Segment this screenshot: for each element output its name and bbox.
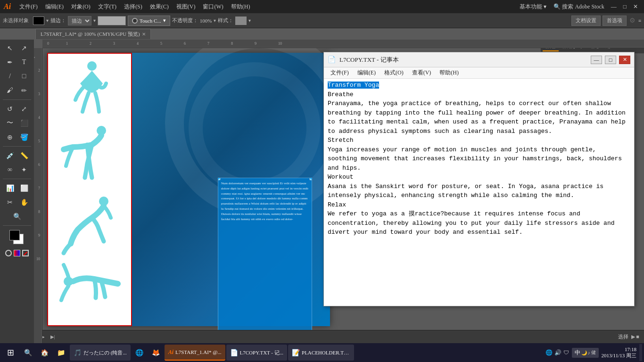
ime-extra-icon: ♪ [588,350,590,355]
taskbar-app-placeholder[interactable]: 📝 PLACEHOLDER.TX... [288,345,354,361]
firefox-icon: 🦊 [152,349,160,357]
notepad-menu-help[interactable]: 帮助(H) [436,68,462,78]
menu-window[interactable]: 窗口(W) [200,2,226,12]
notepad-menu-format[interactable]: 格式(O) [380,68,407,78]
symbol-tool[interactable]: ✦ [17,163,31,176]
paintbrush-tool[interactable]: 🖌 [3,84,17,97]
type-tool[interactable]: T [17,56,31,69]
fg-color-swatch[interactable] [9,230,20,240]
direct-select-tool[interactable]: ↗ [17,41,31,55]
slice-tool[interactable]: ✂ [3,196,17,209]
notepad-app-label: L7COPY.TXT - 记... [240,349,284,356]
none-icon[interactable] [22,250,29,256]
sel-handle-tr[interactable] [310,178,312,180]
touch-btn[interactable]: Touch C... ▾ [128,16,170,26]
canvas-text-box[interactable]: Num doloreetum ver esequam ver suscipist… [218,178,312,344]
menu-effect[interactable]: 效果(C) [147,2,172,12]
doc-settings-btn[interactable]: 文档设置 [571,16,601,26]
menu-edit[interactable]: 编辑(E) [42,2,66,12]
taskbar-app-firefox[interactable]: 🦊 [148,345,164,361]
rect-tool[interactable]: □ [17,70,31,83]
taskbar-clock[interactable]: 17:18 2013/11/13 周三 [602,346,636,359]
close-btn[interactable]: ✕ [631,2,640,11]
sel-handle-tl[interactable] [218,178,220,180]
fill-color-box[interactable] [33,16,44,25]
warp-tool[interactable]: 〜 [3,116,17,130]
document-tab[interactable]: L7START_1.AI* @ 100% (CMYK/GPU 预览) ✕ [35,29,151,39]
taskbar-app-music[interactable]: 🎵 だったにの (纯音... [70,345,131,361]
svg-text:10: 10 [278,41,282,46]
menu-view[interactable]: 视图(V) [173,2,198,12]
stroke-select[interactable]: 描边 [68,16,91,25]
menu-select[interactable]: 选择(S) [121,2,145,12]
artboard-tool[interactable]: ⬜ [17,181,31,195]
notepad-maximize-btn[interactable]: □ [605,56,616,64]
taskbar-app-ai[interactable]: Ai L7START_1.AI* @... [165,345,225,361]
ai-document-canvas: Num doloreetum ver esequam ver suscipist… [47,53,330,326]
notepad-menu-file[interactable]: 文件(F) [327,68,353,78]
hand-tool[interactable]: ✋ [17,196,31,209]
rotate-tool[interactable]: ↺ [3,102,17,115]
measure-tool[interactable]: 📏 [17,149,31,162]
svg-text:7: 7 [38,186,40,190]
svg-point-0 [87,61,97,71]
notepad-close-btn[interactable]: ✕ [619,56,630,64]
stroke-label: 描边： [50,17,66,24]
gradient-icon[interactable] [14,250,20,256]
placeholder-app-label: PLACEHOLDER.TX... [302,350,350,355]
free-transform-tool[interactable]: ⬛ [17,116,31,130]
notepad-menu-view[interactable]: 查看(V) [408,68,435,78]
notepad-body-text: Breathe Pranayama, the yoga practice of … [328,91,626,236]
line-tool[interactable]: / [3,70,17,83]
notepad-content-area[interactable]: Transform Yoga Breathe Pranayama, the yo… [324,79,634,306]
svg-text:5: 5 [160,41,162,46]
menu-file[interactable]: 文件(F) [17,2,41,12]
search-button[interactable]: 🔍 [20,345,36,361]
music-icon: 🎵 [74,349,82,357]
zoom-tool[interactable]: 🔍 [10,210,24,223]
canvas-white-panel [47,53,132,326]
minimize-btn[interactable]: — [609,2,619,11]
blend-tool[interactable]: ∞ [3,163,17,176]
toolbar: 未选择对象 ▾ 描边： 描边 ▾ Touch C... ▾ 不透明度： 100%… [0,13,644,28]
yoga-figure-1 [61,58,118,119]
color-swatches[interactable] [9,230,25,245]
menu-object[interactable]: 对象(O) [68,2,93,12]
shape-builder-tool[interactable]: ⊕ [3,131,17,144]
scale-tool[interactable]: ⤢ [17,102,31,115]
live-paint-tool[interactable]: 🪣 [17,131,31,144]
tab-close-btn[interactable]: ✕ [142,32,146,37]
svg-text:6: 6 [184,41,186,46]
select-tool[interactable]: ↖ [3,41,17,55]
last-page-btn[interactable]: ▶| [49,334,57,340]
pencil-tool[interactable]: ✏ [17,84,31,97]
sys-tray-icons: 🌐 🔊 🛡 [545,349,569,356]
time-display: 17:18 [602,346,636,352]
svg-text:2: 2 [90,41,91,46]
taskbar-right-area: 🌐 🔊 🛡 中 🌙 ♪ 健 17:18 2013/11/13 周三 [545,344,642,361]
style-label: 样式： [218,17,233,24]
svg-text:2: 2 [38,68,40,73]
maximize-btn[interactable]: □ [621,2,629,11]
preferences-btn[interactable]: 首选项 [603,16,627,26]
ime-moon-icon: 🌙 [581,350,587,355]
notepad-menu-edit[interactable]: 编辑(E) [354,68,380,78]
opacity-label: 不透明度： [172,17,198,24]
taskbar-app-notepad[interactable]: 📄 L7COPY.TXT - 记... [226,345,288,361]
eyedropper-tool[interactable]: 💉 [3,149,17,162]
menu-text[interactable]: 文字(T) [95,2,119,12]
notepad-minimize-btn[interactable]: — [591,56,602,64]
taskbar-app-folder[interactable]: 📁 [53,345,69,361]
start-button[interactable]: ⊞ [2,344,19,361]
style-preview [235,16,247,25]
column-chart-tool[interactable]: 📊 [3,181,17,195]
taskbar-app-home[interactable]: 🏠 [37,345,52,361]
basic-function-btn[interactable]: 基本功能 ▾ [517,2,549,12]
search-stock-btn[interactable]: 🔍 搜索 Adobe Stock [551,2,606,12]
pen-tool[interactable]: ✒ [3,56,17,69]
taskbar-app-ie[interactable]: 🌐 [132,345,147,361]
show-desktop-btn[interactable] [639,344,642,361]
color-icon[interactable] [5,250,12,256]
ime-indicator[interactable]: 中 🌙 ♪ 健 [572,348,599,358]
menu-help[interactable]: 帮助(H) [228,2,253,12]
